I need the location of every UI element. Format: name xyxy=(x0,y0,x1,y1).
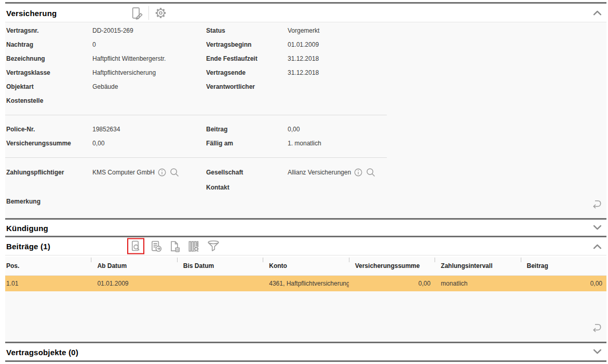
cell-konto: 4361, Haftpflichtversicherung xyxy=(263,275,348,291)
panel-kuendigung: Kündigung xyxy=(5,220,606,236)
panel-versicherung: Versicherung xyxy=(5,4,606,218)
field-label-vertragsklasse: Vertragsklasse xyxy=(5,69,92,76)
field-label-vertragsbeginn: Vertragsbeginn xyxy=(206,41,288,48)
field-label-objektart: Objektart xyxy=(5,83,92,90)
expand-kuendigung-button[interactable] xyxy=(592,224,602,232)
column-header-bis-datum[interactable]: Bis Datum xyxy=(177,257,263,275)
column-settings-icon[interactable] xyxy=(187,239,200,253)
filter-icon[interactable] xyxy=(206,240,221,253)
field-label-beitrag: Beitrag xyxy=(206,126,288,133)
vertragsobjekte-header: Vertragsobjekte (0) xyxy=(5,343,606,360)
field-value-vertragsklasse: Haftpflichtversicherung xyxy=(92,69,206,76)
delete-entry-icon[interactable] xyxy=(168,239,182,253)
column-header-zahlungsintervall[interactable]: Zahlungsintervall xyxy=(435,257,520,275)
panel-beitraege: Beiträge (1) xyxy=(5,237,606,342)
field-label-faellig-am: Fällig am xyxy=(206,140,288,147)
lookup-value-text: KMS Computer GmbH xyxy=(92,169,155,176)
field-value-police-nr: 19852634 xyxy=(92,126,206,133)
table-row[interactable]: 1.01 01.01.2009 4361, Haftpflichtversich… xyxy=(5,275,606,291)
column-header-ab-datum[interactable]: Ab Datum xyxy=(91,257,177,275)
panel-title-vertragsobjekte: Vertragsobjekte (0) xyxy=(6,347,78,356)
return-arrow-icon xyxy=(590,198,603,210)
field-label-status: Status xyxy=(206,27,288,34)
highlight-box xyxy=(127,238,144,254)
versicherung-toolbar xyxy=(130,6,168,20)
expand-vertragsobjekte-button[interactable] xyxy=(592,348,602,356)
table-header-row: Pos. Ab Datum Bis Datum Konto Versicheru… xyxy=(5,257,606,275)
versicherung-body: Vertragsnr. DD-20015-269 Status Vorgemer… xyxy=(5,22,606,218)
chevron-down-icon xyxy=(594,226,601,229)
field-value-vertragsnr: DD-20015-269 xyxy=(92,27,206,34)
edit-document-icon[interactable] xyxy=(130,6,144,20)
field-label-zahlungspflichtiger: Zahlungspflichtiger xyxy=(5,169,92,176)
toolbar-separator xyxy=(148,6,149,20)
versicherung-header: Versicherung xyxy=(5,4,606,22)
field-label-ende-festlaufzeit: Ende Festlaufzeit xyxy=(206,55,288,62)
field-value-zahlungspflichtiger: KMS Computer GmbH xyxy=(92,167,206,178)
beitraege-body: Pos. Ab Datum Bis Datum Konto Versicheru… xyxy=(5,257,606,342)
field-value-vertragsbeginn: 01.01.2009 xyxy=(288,41,606,48)
revert-button[interactable] xyxy=(590,322,603,333)
page: Versicherung xyxy=(5,2,606,362)
field-label-verantwortlicher: Verantwortlicher xyxy=(206,83,288,90)
field-value-gesellschaft: Allianz Versicherungen xyxy=(288,167,606,178)
cell-zahlungsintervall: monatlich xyxy=(435,275,520,291)
collapse-beitraege-button[interactable] xyxy=(592,242,602,250)
panel-vertragsobjekte: Vertragsobjekte (0) xyxy=(5,343,606,360)
chevron-up-icon xyxy=(594,11,601,15)
info-icon[interactable] xyxy=(157,168,167,177)
cell-pos: 1.01 xyxy=(5,275,91,291)
revert-button[interactable] xyxy=(590,198,603,210)
field-value-faellig-am: 1. monatlich xyxy=(288,140,606,147)
chevron-down-icon xyxy=(594,350,601,353)
info-icon[interactable] xyxy=(354,168,363,177)
search-icon[interactable] xyxy=(366,167,376,178)
preview-entry-icon[interactable] xyxy=(129,240,142,253)
panel-title-versicherung: Versicherung xyxy=(6,8,57,17)
cell-ab-datum: 01.01.2009 xyxy=(91,275,177,291)
field-value-vertragsende: 31.12.2018 xyxy=(288,69,606,76)
column-header-beitrag[interactable]: Beitrag xyxy=(521,257,606,275)
field-label-nachtrag: Nachtrag xyxy=(5,41,92,48)
beitraege-toolbar xyxy=(127,238,221,254)
column-header-konto[interactable]: Konto xyxy=(263,257,348,275)
return-arrow-icon xyxy=(590,322,603,333)
field-label-gesellschaft: Gesellschaft xyxy=(206,169,288,176)
field-value-ende-festlaufzeit: 31.12.2018 xyxy=(288,55,606,62)
open-entry-icon[interactable] xyxy=(150,239,163,253)
field-label-vertragsnr: Vertragsnr. xyxy=(5,27,92,34)
field-label-police-nr: Police-Nr. xyxy=(5,126,92,133)
field-label-bemerkung: Bemerkung xyxy=(5,198,92,205)
search-icon[interactable] xyxy=(169,167,180,178)
form-divider xyxy=(5,157,387,158)
lookup-value-text: Allianz Versicherungen xyxy=(288,169,351,176)
field-value-status: Vorgemerkt xyxy=(288,27,606,34)
cell-versicherungssumme: 0,00 xyxy=(349,275,435,291)
column-header-versicherungssumme[interactable]: Versicherungssumme xyxy=(349,257,435,275)
collapse-versicherung-button[interactable] xyxy=(592,9,602,17)
field-value-nachtrag: 0 xyxy=(92,41,206,48)
form-divider xyxy=(5,115,387,115)
field-value-versicherungssumme: 0,00 xyxy=(92,140,206,147)
section-divider xyxy=(5,360,606,362)
column-header-pos[interactable]: Pos. xyxy=(5,257,91,275)
cell-beitrag: 0,00 xyxy=(521,275,606,291)
field-label-vertragsende: Vertragsende xyxy=(206,69,288,76)
field-value-bezeichnung: Haftpflicht Wittenbergerstr. xyxy=(92,55,206,62)
chevron-up-icon xyxy=(594,245,601,248)
beitraege-table: Pos. Ab Datum Bis Datum Konto Versicheru… xyxy=(5,257,606,291)
field-value-objektart: Gebäude xyxy=(92,83,206,90)
gear-icon[interactable] xyxy=(154,6,168,20)
field-label-versicherungssumme: Versicherungssumme xyxy=(5,140,92,147)
kuendigung-header: Kündigung xyxy=(5,220,606,236)
panel-title-kuendigung: Kündigung xyxy=(6,223,48,232)
field-value-beitrag: 0,00 xyxy=(288,126,606,133)
beitraege-header: Beiträge (1) xyxy=(5,237,606,255)
field-label-kostenstelle: Kostenstelle xyxy=(5,97,92,104)
cell-bis-datum xyxy=(177,275,263,291)
field-label-kontakt: Kontakt xyxy=(206,184,288,191)
panel-title-beitraege: Beiträge (1) xyxy=(6,242,50,251)
field-label-bezeichnung: Bezeichnung xyxy=(5,55,92,62)
